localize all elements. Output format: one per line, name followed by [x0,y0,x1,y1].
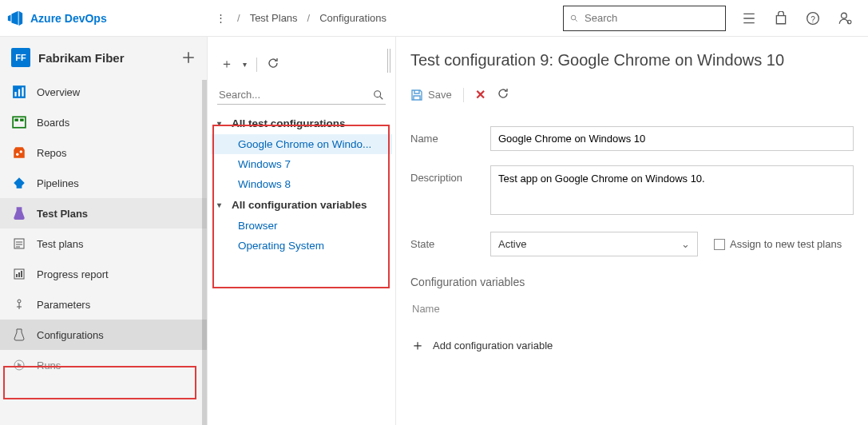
nav-overview-label: Overview [37,86,80,98]
svg-line-1 [575,19,577,22]
nav-overview[interactable]: Overview [0,77,207,107]
boards-icon [11,114,27,130]
column-resize-handle[interactable] [384,45,390,77]
tree-search[interactable] [217,85,386,105]
add-project-icon[interactable] [181,50,196,65]
nav-sub-test-plans[interactable]: Test plans [0,228,207,259]
detail-refresh-button[interactable] [497,87,509,102]
brand-label: Azure DevOps [30,12,107,25]
overview-icon [11,84,27,100]
caret-down-icon: ▾ [217,119,227,128]
svg-point-22 [375,90,381,97]
global-search[interactable] [563,6,726,31]
refresh-icon [497,87,509,100]
tree-item-operating-system[interactable]: Operating System [211,236,392,256]
nav-sub-parameters[interactable]: Parameters [0,289,207,320]
assign-checkbox[interactable]: Assign to new test plans [714,238,842,250]
test-plans-sub-icon [11,236,27,252]
name-label: Name [410,126,490,145]
nav-sub-configurations[interactable]: Configurations [0,320,207,350]
scrollbar[interactable] [202,80,207,425]
checkbox-icon [714,239,725,250]
description-label: Description [410,165,490,184]
nav-boards[interactable]: Boards [0,107,207,137]
tree-group-configurations[interactable]: ▾ All test configurations [211,113,392,134]
svg-rect-11 [14,119,18,121]
repos-icon [11,145,27,161]
save-icon [410,89,423,101]
svg-point-4 [842,13,847,18]
add-button[interactable]: ＋ [217,54,236,74]
project-name[interactable]: Fabrikam Fiber [38,51,173,65]
tree-search-input[interactable] [219,89,373,101]
chevron-down-icon: ⌄ [681,238,690,250]
close-button[interactable]: ✕ [475,87,486,102]
svg-rect-9 [22,87,23,96]
plus-icon: ＋ [410,336,425,355]
svg-rect-12 [20,119,24,121]
tree-item-browser[interactable]: Browser [211,216,392,236]
nav-pipelines-label: Pipelines [37,177,79,189]
azure-devops-logo-icon [6,10,24,27]
state-label: State [410,232,490,250]
svg-point-14 [20,150,22,153]
more-icon[interactable]: ⋮ [216,12,228,24]
progress-report-icon [11,266,27,282]
nav-test-plans-label: Test Plans [37,208,88,220]
description-input[interactable] [490,165,854,215]
configurations-icon [11,327,27,343]
test-plans-icon [11,205,27,221]
nav-sub-runs[interactable]: Runs [0,350,207,380]
breadcrumb-test-plans[interactable]: Test Plans [250,12,298,24]
nav-pipelines[interactable]: Pipelines [0,168,207,198]
nav-test-plans[interactable]: Test Plans [0,198,207,228]
refresh-icon [267,57,279,70]
svg-rect-18 [18,272,20,277]
pipelines-icon [11,175,27,191]
tree-item-chrome-windows-10[interactable]: Google Chrome on Windo... [211,134,392,154]
user-settings-icon[interactable] [838,11,852,26]
project-badge: FF [11,48,30,67]
tree-group-variables[interactable]: ▾ All configuration variables [211,194,392,216]
nav-boards-label: Boards [37,117,69,129]
svg-line-23 [380,96,383,99]
parameters-icon [11,296,27,312]
svg-text:?: ? [811,14,815,23]
search-icon [570,13,578,24]
svg-rect-8 [18,89,20,97]
nav-repos[interactable]: Repos [0,137,207,168]
config-variables-header-name: Name [410,298,854,329]
nav-repos-label: Repos [37,147,67,159]
shopping-bag-icon[interactable] [774,11,788,26]
detail-title: Test configuration 9: Google Chrome on W… [410,51,854,70]
svg-point-0 [571,15,576,20]
help-icon[interactable]: ? [806,11,820,26]
svg-rect-19 [21,271,22,277]
breadcrumb-configurations[interactable]: Configurations [319,12,386,24]
save-button[interactable]: Save [410,89,452,101]
state-select[interactable]: Active ⌄ [490,232,698,256]
name-input[interactable] [490,126,854,151]
svg-point-20 [18,300,21,303]
runs-icon [11,357,27,373]
list-icon[interactable] [742,11,756,26]
nav-sub-progress-report[interactable]: Progress report [0,259,207,289]
svg-rect-10 [13,117,26,128]
svg-point-13 [16,153,18,156]
tree-item-windows-7[interactable]: Windows 7 [211,154,392,174]
tree-search-icon [373,89,384,101]
add-configuration-variable-button[interactable]: ＋ Add configuration variable [410,329,854,355]
tree-item-windows-8[interactable]: Windows 8 [211,174,392,194]
caret-down-icon: ▾ [217,201,227,209]
refresh-button[interactable] [264,55,283,73]
config-variables-title: Configuration variables [410,276,854,288]
add-dropdown-chevron-icon[interactable]: ▾ [240,58,250,70]
svg-rect-17 [16,274,18,277]
svg-rect-7 [14,92,16,97]
breadcrumb: ⋮ / Test Plans / Configurations [208,12,563,24]
global-search-input[interactable] [585,12,719,24]
